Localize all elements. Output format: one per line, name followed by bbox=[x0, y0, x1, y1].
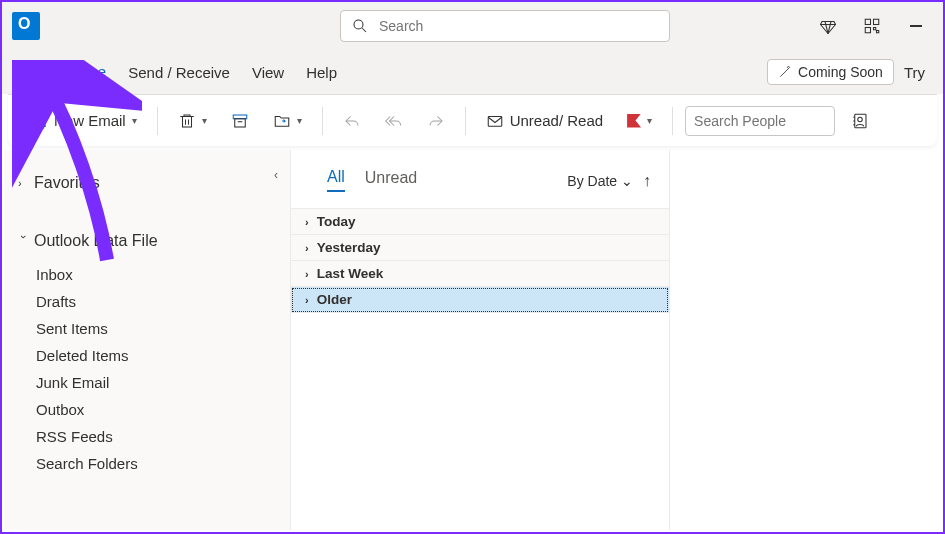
search-people-input[interactable] bbox=[685, 106, 835, 136]
collapse-sidebar-icon[interactable]: ‹ bbox=[274, 168, 278, 182]
group-last-week[interactable]: ›Last Week bbox=[291, 261, 669, 287]
svg-rect-8 bbox=[865, 28, 870, 33]
group-yesterday[interactable]: ›Yesterday bbox=[291, 235, 669, 261]
mail-plus-icon bbox=[30, 112, 48, 130]
folder-outbox[interactable]: Outbox bbox=[36, 401, 290, 418]
folder-move-icon bbox=[273, 112, 291, 130]
try-label[interactable]: Try bbox=[904, 64, 925, 81]
reply-button[interactable] bbox=[335, 106, 369, 136]
qr-grid-icon[interactable] bbox=[863, 17, 881, 35]
coming-soon-button[interactable]: Coming Soon bbox=[767, 59, 894, 85]
trash-icon bbox=[178, 112, 196, 130]
wand-icon bbox=[778, 65, 792, 79]
svg-rect-10 bbox=[877, 31, 879, 33]
svg-rect-15 bbox=[182, 116, 191, 127]
delete-button[interactable]: ▾ bbox=[170, 106, 215, 136]
unread-read-button[interactable]: Unread/ Read bbox=[478, 106, 611, 136]
svg-line-11 bbox=[780, 69, 788, 77]
tab-help[interactable]: Help bbox=[306, 60, 337, 85]
datafile-label: Outlook Data File bbox=[34, 232, 158, 250]
global-search[interactable] bbox=[340, 10, 670, 42]
folder-rss-feeds[interactable]: RSS Feeds bbox=[36, 428, 290, 445]
chevron-down-icon: › bbox=[18, 235, 30, 247]
reply-all-button[interactable] bbox=[377, 106, 411, 136]
ribbon-toolbar: New Email ▾ ▾ ▾ Unread/ Read ▾ bbox=[8, 94, 937, 146]
forward-button[interactable] bbox=[419, 106, 453, 136]
reply-all-icon bbox=[385, 112, 403, 130]
sort-direction-toggle[interactable]: ↑ bbox=[643, 172, 651, 190]
svg-line-1 bbox=[362, 28, 366, 32]
tab-file[interactable]: File bbox=[20, 60, 44, 85]
minimize-button[interactable] bbox=[907, 17, 925, 35]
search-icon bbox=[351, 17, 369, 35]
title-bar: O bbox=[2, 2, 943, 50]
reply-icon bbox=[343, 112, 361, 130]
chevron-down-icon[interactable]: ▾ bbox=[297, 115, 302, 126]
chevron-right-icon: › bbox=[305, 216, 309, 228]
unread-read-label: Unread/ Read bbox=[510, 112, 603, 129]
group-older[interactable]: ›Older bbox=[291, 287, 669, 313]
svg-rect-19 bbox=[234, 118, 245, 126]
svg-rect-21 bbox=[488, 116, 502, 126]
svg-rect-9 bbox=[874, 28, 876, 30]
filter-unread-tab[interactable]: Unread bbox=[365, 169, 417, 191]
folder-sent-items[interactable]: Sent Items bbox=[36, 320, 290, 337]
tab-home[interactable]: Home bbox=[66, 59, 106, 86]
address-book-icon bbox=[851, 112, 869, 130]
folder-sidebar: ‹ › Favorites › Outlook Data File Inbox … bbox=[4, 150, 290, 530]
chevron-right-icon: › bbox=[18, 177, 30, 189]
sort-by-date[interactable]: By Date ⌄ bbox=[567, 173, 633, 189]
outlook-logo-icon: O bbox=[12, 12, 40, 40]
archive-icon bbox=[231, 112, 249, 130]
chevron-down-icon: ⌄ bbox=[621, 173, 633, 189]
folder-deleted-items[interactable]: Deleted Items bbox=[36, 347, 290, 364]
svg-rect-18 bbox=[233, 115, 247, 119]
folder-search-folders[interactable]: Search Folders bbox=[36, 455, 290, 472]
folder-drafts[interactable]: Drafts bbox=[36, 293, 290, 310]
forward-icon bbox=[427, 112, 445, 130]
tab-view[interactable]: View bbox=[252, 60, 284, 85]
tab-send-receive[interactable]: Send / Receive bbox=[128, 60, 230, 85]
svg-point-0 bbox=[354, 20, 363, 29]
svg-point-23 bbox=[858, 117, 863, 122]
premium-diamond-icon[interactable] bbox=[819, 17, 837, 35]
filter-all-tab[interactable]: All bbox=[327, 168, 345, 192]
folder-inbox[interactable]: Inbox bbox=[36, 266, 290, 283]
flag-button[interactable]: ▾ bbox=[619, 108, 660, 134]
global-search-input[interactable] bbox=[379, 18, 659, 34]
coming-soon-label: Coming Soon bbox=[798, 64, 883, 80]
flag-icon bbox=[627, 114, 641, 128]
chevron-down-icon[interactable]: ▾ bbox=[132, 115, 137, 126]
svg-rect-6 bbox=[865, 19, 870, 24]
new-email-label: New Email bbox=[54, 112, 126, 129]
folder-junk-email[interactable]: Junk Email bbox=[36, 374, 290, 391]
chevron-down-icon[interactable]: ▾ bbox=[647, 115, 652, 126]
address-book-button[interactable] bbox=[843, 106, 877, 136]
move-button[interactable]: ▾ bbox=[265, 106, 310, 136]
svg-rect-7 bbox=[874, 19, 879, 24]
group-today[interactable]: ›Today bbox=[291, 209, 669, 235]
envelope-icon bbox=[486, 112, 504, 130]
chevron-right-icon: › bbox=[305, 294, 309, 306]
message-list-pane: All Unread By Date ⌄ ↑ ›Today ›Yesterday… bbox=[290, 150, 670, 530]
menu-bar: File Home Send / Receive View Help Comin… bbox=[2, 50, 943, 94]
chevron-right-icon: › bbox=[305, 242, 309, 254]
favorites-group[interactable]: › Favorites bbox=[18, 168, 290, 198]
reading-pane bbox=[670, 150, 941, 530]
datafile-group[interactable]: › Outlook Data File bbox=[18, 226, 290, 256]
chevron-down-icon[interactable]: ▾ bbox=[202, 115, 207, 126]
new-email-button[interactable]: New Email ▾ bbox=[22, 106, 145, 136]
favorites-label: Favorites bbox=[34, 174, 100, 192]
archive-button[interactable] bbox=[223, 106, 257, 136]
chevron-right-icon: › bbox=[305, 268, 309, 280]
